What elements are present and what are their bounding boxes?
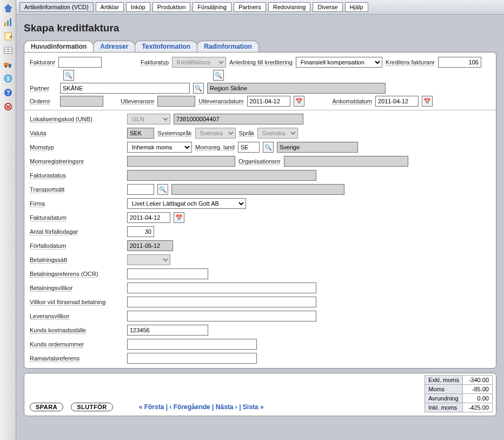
top-menu: Artikelinformation (VCD)ArtiklarInköpPro…	[16, 0, 504, 15]
partner-name-display	[207, 83, 386, 94]
menu-ink-p[interactable]: Inköp	[126, 2, 150, 12]
menu-diverse[interactable]: Diverse	[313, 2, 342, 12]
label-momstyp: Momstyp	[30, 144, 54, 150]
label-utleveransnr: Utleveransnr	[121, 98, 154, 104]
svg-point-11	[5, 65, 7, 68]
label-anledning: Anledning till kreditering	[229, 59, 293, 65]
betalningsref-input[interactable]	[127, 268, 208, 279]
search-anledning-icon[interactable]: 🔍	[213, 70, 224, 81]
note-icon[interactable]	[2, 30, 14, 42]
label-utleveransdatum: Utleveransdatum	[198, 98, 243, 104]
villkorforsenad-input[interactable]	[127, 297, 316, 307]
menu-f-rs-ljning[interactable]: Försäljning	[193, 2, 231, 12]
help-icon[interactable]: ?	[2, 87, 14, 98]
svg-text:$: $	[6, 76, 10, 82]
ramavtal-input[interactable]	[127, 353, 257, 364]
menu-partners[interactable]: Partners	[234, 2, 266, 12]
label-momsregland: Momsreg. land	[195, 144, 235, 150]
chart-icon[interactable]	[2, 16, 14, 28]
label-kundskostnad: Kunds kostnadsställe	[30, 327, 86, 333]
label-fakturastatus: Fakturastatus	[30, 172, 66, 179]
label-momsregnr: Momsregistreringsnr	[30, 158, 84, 165]
tab-radinformation[interactable]: Radinformation	[197, 41, 259, 52]
calendar-fakturadatum-icon[interactable]: 📅	[174, 212, 184, 223]
calendar-utleverans-icon[interactable]: 📅	[294, 96, 304, 107]
kundskostnad-input[interactable]	[127, 325, 208, 336]
totals-table: Exkl. moms-340.00 Moms-85.00 Avrundning0…	[425, 375, 493, 412]
momsregland-code-input[interactable]	[238, 142, 260, 153]
nav-prev[interactable]: ‹ Föregående	[169, 403, 210, 411]
systemsprak-select: Svenska	[195, 128, 236, 139]
label-antalforfall: Antal förfallodagar	[30, 228, 78, 235]
search-momsregland-icon[interactable]: 🔍	[263, 142, 274, 153]
antalforfall-input[interactable]	[127, 226, 154, 237]
tab-bar: HuvudinformationAdresserTextinformationR…	[24, 41, 496, 52]
coin-icon[interactable]: $	[2, 73, 14, 84]
menu-artiklar[interactable]: Artiklar	[96, 2, 124, 12]
label-orgnr: Organisationsnr	[238, 158, 281, 165]
totals-inkl-value: -425.00	[463, 403, 493, 412]
partner-code-input[interactable]	[60, 83, 190, 94]
nav-last[interactable]: Sista »	[243, 403, 264, 411]
menu-produktion[interactable]: Produktion	[152, 2, 191, 12]
fakturadatum-input[interactable]	[127, 212, 170, 223]
kreditera-input[interactable]	[438, 57, 481, 68]
tab-adresser[interactable]: Adresser	[93, 41, 135, 52]
svg-point-12	[9, 65, 11, 68]
kundsordernummer-input[interactable]	[127, 339, 257, 350]
label-betalningsref: Betalningsreferens (OCR)	[30, 271, 98, 277]
calendar-ankomst-icon[interactable]: 📅	[422, 96, 433, 107]
nav-next[interactable]: Nästa ›	[216, 403, 237, 411]
utleveransdatum-input[interactable]	[247, 96, 290, 107]
tab-huvudinformation[interactable]: Huvudinformation	[24, 41, 94, 52]
betalningssatt-select	[127, 254, 170, 265]
firma-select[interactable]: Livet Leker Lättlagat och Gott AB	[127, 198, 246, 209]
totals-exkl-label: Exkl. moms	[425, 376, 463, 385]
totals-inkl-label: Inkl. moms	[425, 403, 463, 412]
search-fakturanr-icon[interactable]: 🔍	[63, 70, 74, 81]
label-lokaliseringskod: Lokaliseringskod (UNB)	[30, 116, 92, 122]
table-icon[interactable]	[2, 44, 14, 56]
menu-artikelinformation-vcd-[interactable]: Artikelinformation (VCD)	[19, 2, 94, 12]
page-title: Skapa kreditfaktura	[24, 22, 496, 34]
left-sidebar: $ ?	[0, 0, 16, 440]
valuta-display	[127, 128, 154, 139]
menu-redovisning[interactable]: Redovisning	[268, 2, 311, 12]
ankomstdatum-input[interactable]	[375, 96, 419, 107]
label-ramavtal: Ramavtalsreferens	[30, 355, 79, 362]
label-betalningssatt: Betalningssätt	[30, 257, 67, 263]
menu-hj-lp[interactable]: Hjälp	[345, 2, 368, 12]
record-nav: « Första | ‹ Föregående | Nästa › | Sist…	[139, 403, 264, 411]
label-partner: Partner	[30, 85, 57, 91]
lok-type-select: GLN	[127, 114, 170, 124]
spara-button[interactable]: SPARA	[30, 403, 63, 411]
svg-marker-0	[4, 4, 12, 12]
svg-rect-4	[5, 32, 11, 40]
momstyp-select[interactable]: Inhemsk moms	[127, 142, 192, 153]
label-systemsprak: Systemspråk	[157, 130, 192, 136]
anledning-select[interactable]: Finansiell kompensation	[296, 57, 382, 68]
search-transportsatt-icon[interactable]: 🔍	[157, 184, 168, 195]
momsregnr-display	[127, 156, 235, 167]
sprak-select: Svenska	[257, 128, 298, 139]
home-icon[interactable]	[2, 2, 14, 14]
betalningsvillkor-input[interactable]	[127, 283, 316, 293]
fakturastatus-display	[127, 170, 316, 181]
fakturanr-input[interactable]	[58, 57, 102, 68]
label-forfallodatum: Förfallodatum	[30, 242, 66, 249]
leveransvillkor-input[interactable]	[127, 311, 316, 321]
totals-avr-label: Avrundning	[425, 394, 463, 403]
truck-icon[interactable]	[2, 58, 14, 70]
transportsatt-code-input[interactable]	[127, 184, 154, 195]
tab-textinformation[interactable]: Textinformation	[135, 41, 197, 52]
label-betalningsvillkor: Betalningsvillkor	[30, 285, 72, 291]
svg-rect-3	[10, 18, 11, 26]
momsregland-name-display	[277, 142, 358, 153]
label-leveransvillkor: Leveransvillkor	[30, 313, 69, 319]
search-partner-icon[interactable]: 🔍	[193, 83, 204, 94]
slutfor-button[interactable]: SLUTFÖR	[71, 403, 112, 411]
nav-first[interactable]: « Första	[139, 403, 164, 411]
power-icon[interactable]	[2, 101, 14, 113]
footer-panel: SPARA SLUTFÖR « Första | ‹ Föregående | …	[24, 373, 496, 416]
ordernr-display	[60, 96, 103, 107]
